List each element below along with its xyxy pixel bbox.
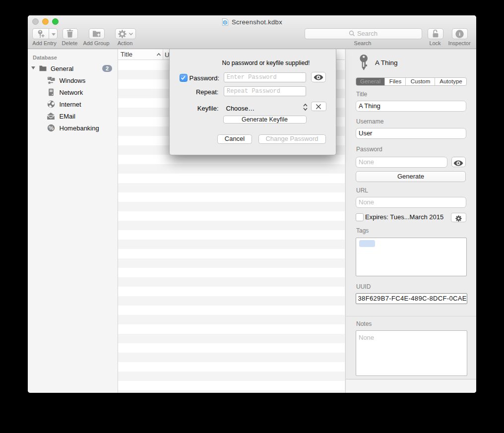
svg-text:i: i — [458, 31, 460, 37]
svg-text:%: % — [49, 125, 54, 131]
